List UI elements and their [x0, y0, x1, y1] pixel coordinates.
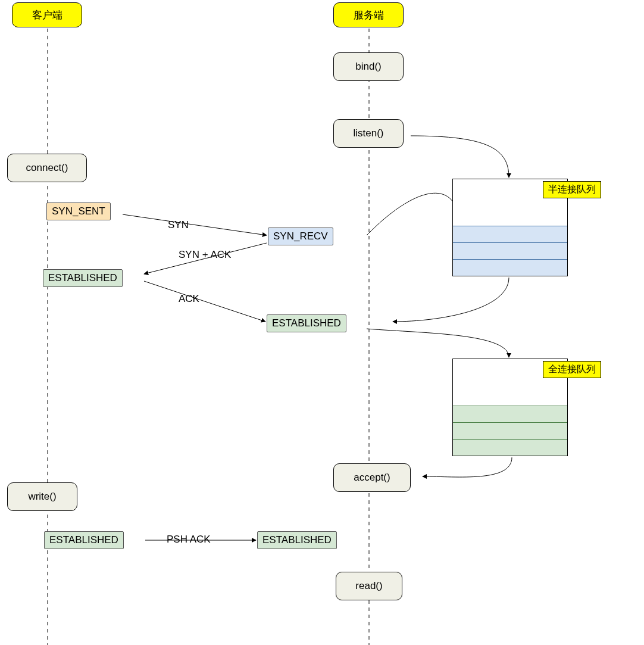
server-read-call: read() — [336, 572, 402, 600]
msg-syn: SYN — [168, 219, 189, 231]
msg-ack: ACK — [179, 293, 199, 305]
msg-psh-ack: PSH ACK — [167, 534, 211, 546]
client-write-call: write() — [7, 482, 77, 511]
svg-line-2 — [123, 214, 267, 235]
state-server-established-1: ESTABLISHED — [267, 314, 346, 332]
state-server-established-2: ESTABLISHED — [257, 531, 337, 549]
server-listen-call: listen() — [333, 119, 404, 148]
diagram-stage: 客户端 服务端 bind() listen() connect() SYN_SE… — [0, 0, 644, 645]
server-bind-call: bind() — [333, 52, 404, 81]
client-connect-call: connect() — [7, 154, 87, 182]
state-syn-sent: SYN_SENT — [46, 202, 111, 220]
client-actor: 客户端 — [12, 2, 82, 27]
state-client-established-2: ESTABLISHED — [44, 531, 124, 549]
full-queue-label: 全连接队列 — [543, 361, 601, 378]
svg-line-4 — [144, 281, 265, 322]
state-client-established-1: ESTABLISHED — [43, 269, 123, 287]
state-syn-recv: SYN_RECV — [268, 228, 333, 245]
server-accept-call: accept() — [333, 463, 411, 492]
server-actor: 服务端 — [333, 2, 404, 27]
msg-syn-ack: SYN + ACK — [179, 249, 231, 261]
half-queue-label: 半连接队列 — [543, 181, 601, 198]
